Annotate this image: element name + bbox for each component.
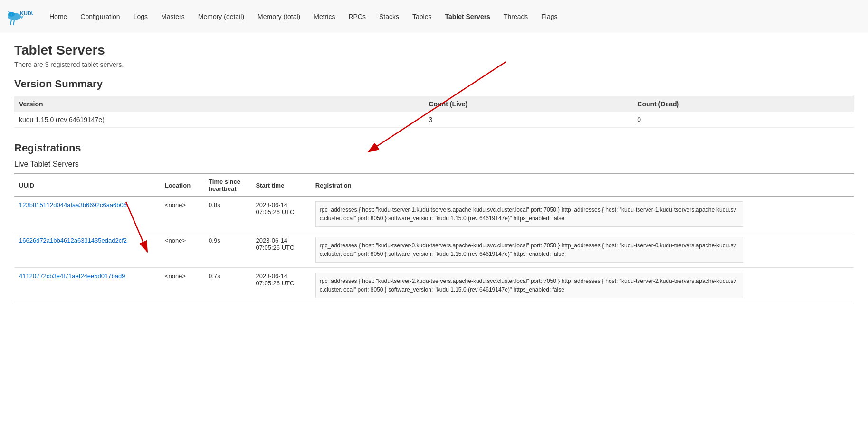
registration-cell: rpc_addresses { host: "kudu-tserver-1.ku… (311, 197, 854, 232)
reg-col-header: Registration (311, 174, 854, 197)
start-time-cell: 2023-06-14 07:05:26 UTC (251, 268, 310, 303)
start-time-cell: 2023-06-14 07:05:26 UTC (251, 197, 310, 232)
registration-cell: rpc_addresses { host: "kudu-tserver-0.ku… (311, 232, 854, 268)
navbar-link-flags[interactable]: Flags (534, 9, 564, 24)
navbar-link-logs[interactable]: Logs (127, 9, 154, 24)
navbar-link-metrics[interactable]: Metrics (307, 9, 342, 24)
uuid-cell: 41120772cb3e4f71aef24ee5d017bad9 (14, 268, 160, 303)
reg-col-header: Start time (251, 174, 310, 197)
logo[interactable]: KUDU (5, 5, 33, 28)
version-table-body: kudu 1.15.0 (rev 64619147e)30 (14, 112, 854, 128)
registration-text: rpc_addresses { host: "kudu-tserver-1.ku… (315, 201, 743, 227)
uuid-link[interactable]: 123b815112d044afaa3b6692c6aa6b06 (19, 201, 127, 208)
navbar: KUDU HomeConfigurationLogsMastersMemory … (0, 0, 868, 33)
navbar-links: HomeConfigurationLogsMastersMemory (deta… (43, 9, 564, 24)
navbar-link-tablet-servers[interactable]: Tablet Servers (438, 9, 496, 24)
table-row: 41120772cb3e4f71aef24ee5d017bad9<none>0.… (14, 268, 854, 303)
table-row: 123b815112d044afaa3b6692c6aa6b06<none>0.… (14, 197, 854, 232)
svg-line-6 (13, 20, 14, 25)
registration-text: rpc_addresses { host: "kudu-tserver-2.ku… (315, 273, 743, 298)
heartbeat-cell: 0.9s (204, 232, 251, 268)
navbar-link-masters[interactable]: Masters (154, 9, 191, 24)
uuid-cell: 123b815112d044afaa3b6692c6aa6b06 (14, 197, 160, 232)
reg-col-header: UUID (14, 174, 160, 197)
version-summary-table: VersionCount (Live)Count (Dead) kudu 1.1… (14, 96, 854, 128)
version-cell-version: kudu 1.15.0 (rev 64619147e) (14, 112, 424, 128)
version-table-row: kudu 1.15.0 (rev 64619147e)30 (14, 112, 854, 128)
version-col-header: Count (Dead) (632, 96, 854, 112)
registrations-heading: Registrations (14, 142, 854, 154)
registration-text: rpc_addresses { host: "kudu-tserver-0.ku… (315, 237, 743, 263)
reg-col-header: Location (160, 174, 204, 197)
navbar-link-rpcs[interactable]: RPCs (342, 9, 372, 24)
location-cell: <none> (160, 268, 204, 303)
svg-text:KUDU: KUDU (20, 10, 33, 16)
main-content: Tablet Servers There are 3 registered ta… (0, 33, 868, 322)
navbar-link-tables[interactable]: Tables (406, 9, 438, 24)
uuid-link[interactable]: 16626d72a1bb4612a6331435edad2cf2 (19, 237, 127, 244)
registrations-table: UUIDLocationTime since heartbeatStart ti… (14, 173, 854, 303)
live-servers-heading: Live Tablet Servers (14, 160, 854, 169)
version-cell-count_dead: 0 (632, 112, 854, 128)
heartbeat-cell: 0.7s (204, 268, 251, 303)
version-table-header-row: VersionCount (Live)Count (Dead) (14, 96, 854, 112)
start-time-cell: 2023-06-14 07:05:26 UTC (251, 232, 310, 268)
heartbeat-cell: 0.8s (204, 197, 251, 232)
location-cell: <none> (160, 232, 204, 268)
navbar-link-configuration[interactable]: Configuration (74, 9, 126, 24)
registrations-table-header-row: UUIDLocationTime since heartbeatStart ti… (14, 174, 854, 197)
navbar-link-memory--detail-[interactable]: Memory (detail) (191, 9, 251, 24)
registrations-table-body: 123b815112d044afaa3b6692c6aa6b06<none>0.… (14, 197, 854, 303)
navbar-link-memory--total-[interactable]: Memory (total) (251, 9, 307, 24)
reg-col-header: Time since heartbeat (204, 174, 251, 197)
location-cell: <none> (160, 197, 204, 232)
version-cell-count_live: 3 (424, 112, 632, 128)
uuid-link[interactable]: 41120772cb3e4f71aef24ee5d017bad9 (19, 273, 125, 280)
navbar-link-threads[interactable]: Threads (497, 9, 534, 24)
table-row: 16626d72a1bb4612a6331435edad2cf2<none>0.… (14, 232, 854, 268)
uuid-cell: 16626d72a1bb4612a6331435edad2cf2 (14, 232, 160, 268)
navbar-link-stacks[interactable]: Stacks (372, 9, 406, 24)
page-title: Tablet Servers (14, 43, 854, 58)
kudu-logo-icon: KUDU (5, 5, 33, 28)
navbar-link-home[interactable]: Home (43, 9, 74, 24)
page-subtitle: There are 3 registered tablet servers. (14, 61, 854, 68)
registration-cell: rpc_addresses { host: "kudu-tserver-2.ku… (311, 268, 854, 303)
version-summary-heading: Version Summary (14, 78, 854, 90)
svg-line-5 (10, 20, 11, 25)
version-col-header: Count (Live) (424, 96, 632, 112)
version-col-header: Version (14, 96, 424, 112)
